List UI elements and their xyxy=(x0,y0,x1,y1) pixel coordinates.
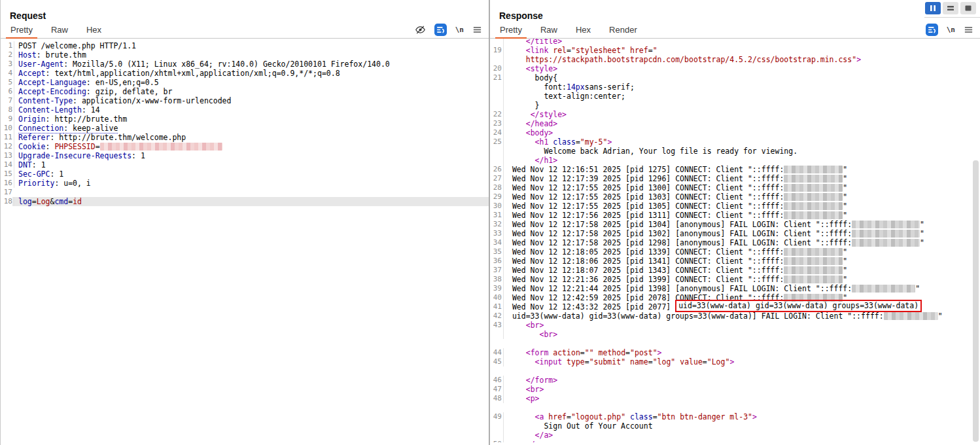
response-tab-icons: \n xyxy=(926,24,973,36)
code-line: 26 Wed Nov 12 12:16:51 2025 [pid 1275] C… xyxy=(490,165,980,174)
code-segment: "btn btn-danger ml-3" xyxy=(657,412,752,421)
response-editor[interactable]: </title>19 <link rel="stylesheet" href="… xyxy=(490,39,980,442)
code-segment xyxy=(508,128,526,137)
line-number: 1 xyxy=(1,41,12,50)
code-segment: = xyxy=(648,357,653,366)
code-segment: Wed Nov 12 12:17:56 2025 [pid 1311] CONN… xyxy=(508,211,784,220)
code-line: 25 <h1 class="my-5"> xyxy=(490,137,980,147)
code-segment: type xyxy=(567,357,585,366)
layout-rows-button[interactable] xyxy=(943,2,958,14)
code-segment: Accept xyxy=(18,69,46,78)
layout-single-button[interactable] xyxy=(960,2,976,14)
code-segment xyxy=(508,357,535,366)
code-segment: Wed Nov 12 12:43:32 2025 [pid 2077] xyxy=(508,302,675,312)
code-segment: href xyxy=(630,46,648,55)
code-segment: " xyxy=(843,257,847,266)
menu-icon[interactable] xyxy=(964,25,973,35)
line-number: 24 xyxy=(490,128,502,137)
repeater-view: Request PrettyRawHex \n 1POST /welcome.p… xyxy=(0,0,980,445)
code-line: 19 <link rel="stylesheet" href=" xyxy=(490,46,980,55)
line-number: 22 xyxy=(490,110,502,119)
request-tab-icons: \n xyxy=(415,24,482,36)
code-line: text-align:center; xyxy=(490,92,980,101)
line-number: 43 xyxy=(490,321,502,330)
line-number: 36 xyxy=(490,257,502,266)
eye-off-icon[interactable] xyxy=(415,24,426,35)
request-editor[interactable]: 1POST /welcome.php HTTP/1.12Host: brute.… xyxy=(1,39,489,442)
response-tabbar: PrettyRawHexRender \n xyxy=(490,24,980,39)
code-segment: Log xyxy=(37,197,50,206)
line-number: 26 xyxy=(490,165,502,174)
newline-icon[interactable]: \n xyxy=(947,26,955,34)
redacted-blur xyxy=(852,221,920,228)
code-segment: <p> xyxy=(526,394,540,403)
code-segment: Wed Nov 12 12:17:58 2025 [pid 1298] [ano… xyxy=(508,238,852,247)
code-line: 9Origin: http://brute.thm xyxy=(1,115,489,124)
code-segment: class xyxy=(553,137,576,147)
code-segment: "" xyxy=(585,348,594,357)
tab-pretty[interactable]: Pretty xyxy=(6,25,37,38)
request-tabs: PrettyRawHex xyxy=(6,25,115,38)
code-segment: Wed Nov 12 12:17:55 2025 [pid 1303] CONN… xyxy=(508,192,784,202)
line-number: 17 xyxy=(1,188,12,197)
tab-pretty[interactable]: Pretty xyxy=(495,25,527,38)
tab-hex[interactable]: Hex xyxy=(82,25,106,38)
code-segment: : 14 xyxy=(82,105,100,115)
code-segment: Cookie xyxy=(18,142,46,151)
redacted-blur xyxy=(784,175,843,183)
code-segment xyxy=(508,376,526,385)
menu-icon[interactable] xyxy=(472,25,482,35)
line-number: 5 xyxy=(1,78,12,87)
code-segment: = xyxy=(625,348,630,357)
code-segment: > xyxy=(729,357,734,366)
code-line: 35 Wed Nov 12 12:18:05 2025 [pid 1339] C… xyxy=(490,247,980,257)
code-line: 37 Wed Nov 12 12:18:07 2025 [pid 1343] C… xyxy=(490,266,980,275)
layout-columns-button[interactable] xyxy=(925,2,941,14)
code-segment: Accept-Language xyxy=(18,78,86,87)
code-line: 49 <a href="logout.php" class="btn btn-d… xyxy=(490,412,980,421)
code-segment: </h1> xyxy=(535,156,558,165)
code-segment: : brute.thm xyxy=(37,50,86,60)
code-line: </a> xyxy=(490,431,980,440)
code-segment: = xyxy=(648,46,653,55)
code-segment: : 1 xyxy=(32,160,46,169)
line-number: 11 xyxy=(1,133,12,142)
code-line: 27 Wed Nov 12 12:17:39 2025 [pid 1296] C… xyxy=(490,174,980,183)
code-segment xyxy=(594,348,599,357)
code-line: 20 <style> xyxy=(490,64,980,73)
code-line: </title> xyxy=(490,39,980,46)
code-segment: : application/x-www-form-urlencoded xyxy=(73,96,231,105)
line-number: 38 xyxy=(490,275,502,284)
line-number: 46 xyxy=(490,376,502,385)
redacted-blur xyxy=(100,143,222,151)
code-line: Welcome back Adrian, Your log file is re… xyxy=(490,147,980,156)
response-scrollbar-thumb[interactable] xyxy=(973,160,979,442)
code-segment: text-align:center; xyxy=(508,92,625,101)
prettify-icon[interactable] xyxy=(434,24,447,36)
code-segment xyxy=(508,64,526,73)
newline-icon[interactable]: \n xyxy=(455,26,464,34)
code-segment: 14px xyxy=(567,82,585,92)
code-line xyxy=(490,366,980,376)
code-line: 5Accept-Language: en-US,en;q=0.5 xyxy=(1,78,489,87)
line-number: 29 xyxy=(490,192,502,202)
tab-raw[interactable]: Raw xyxy=(46,25,73,38)
annotation-box: uid=33(www-data) gid=33(www-data) groups… xyxy=(675,300,922,312)
code-segment: href xyxy=(548,412,567,421)
code-line: 2Host: brute.thm xyxy=(1,50,489,60)
tab-raw[interactable]: Raw xyxy=(536,25,562,38)
code-segment: Connection xyxy=(18,124,63,134)
code-segment: value xyxy=(680,357,703,366)
code-segment: = xyxy=(96,142,100,151)
code-line: </h1> xyxy=(490,156,980,165)
code-segment: <body> xyxy=(526,128,553,137)
code-segment xyxy=(562,357,567,366)
line-number: 7 xyxy=(1,96,12,105)
tab-hex[interactable]: Hex xyxy=(571,25,595,38)
code-line: 11Referer: http://brute.thm/welcome.php xyxy=(1,133,489,142)
prettify-icon[interactable] xyxy=(926,24,938,36)
tab-render[interactable]: Render xyxy=(604,25,642,38)
code-line: 41 Wed Nov 12 12:43:32 2025 [pid 2077] u… xyxy=(490,302,980,312)
code-line: 6Accept-Encoding: gzip, deflate, br xyxy=(1,87,489,96)
code-segment: id xyxy=(73,197,82,206)
